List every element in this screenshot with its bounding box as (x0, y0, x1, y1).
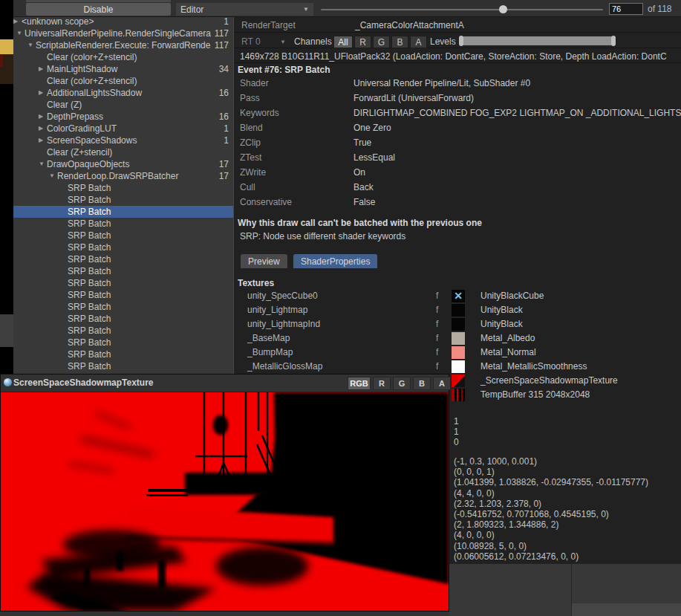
expanded-arrow-icon[interactable]: ▼ (49, 170, 55, 182)
tree-item[interactable]: ▼UniversalRenderPipeline.RenderSingleCam… (13, 27, 233, 39)
channel-button-all[interactable]: All (333, 36, 353, 48)
tree-item-srp-batch[interactable]: SRP Batch (13, 348, 233, 360)
preview-channel-button-g[interactable]: G (393, 377, 411, 390)
event-number-field[interactable] (609, 3, 643, 15)
rt-index-dropdown[interactable]: RT 0 (241, 36, 261, 47)
event-slider-track[interactable] (321, 9, 603, 10)
texture-row[interactable]: unity_LightmapfUnityBlack (234, 303, 681, 317)
vector-value: (0.06005612, 0.07213476, 0, 0) (454, 551, 579, 562)
tab-shaderproperties[interactable]: ShaderProperties (293, 254, 377, 268)
channel-button-g[interactable]: G (373, 36, 390, 48)
texture-asset-name: Metal_Normal (480, 346, 536, 360)
texture-row[interactable]: _BumpMapfMetal_Normal (234, 346, 681, 360)
preview-channel-button-b[interactable]: B (413, 377, 431, 390)
texture-row[interactable]: _BaseMapfMetal_Albedo (234, 331, 681, 346)
texture-thumbnail-cube[interactable]: ✕ (452, 290, 465, 302)
collapsed-arrow-icon[interactable]: ▶ (39, 63, 43, 75)
expanded-arrow-icon[interactable]: ▼ (27, 39, 33, 51)
tree-item[interactable]: ▶MainLightShadow34 (13, 63, 233, 75)
tree-item-srp-batch[interactable]: SRP Batch (13, 325, 233, 337)
channel-button-a[interactable]: A (410, 36, 427, 48)
texture-row[interactable]: unity_LightmapIndfUnityBlack (234, 317, 681, 331)
tree-item-srp-batch[interactable]: SRP Batch (13, 218, 233, 230)
channel-button-r[interactable]: R (354, 36, 371, 48)
texture-thumbnail-black[interactable] (452, 318, 465, 331)
tree-item[interactable]: ▶ColorGradingLUT1 (13, 123, 233, 134)
event-row-label: ZTest (240, 152, 261, 163)
scene-object-yellow (0, 39, 13, 54)
shadowmap-preview-window: ScreenSpaceShadowmapTexture RGBRGBA (0, 374, 449, 612)
tree-item-srp-batch[interactable]: SRP Batch (13, 206, 233, 218)
texture-thumbnail-albedo[interactable] (452, 332, 465, 345)
tree-item[interactable]: ▼ScriptableRenderer.Execute: ForwardRend… (13, 39, 233, 51)
texture-thumbnail-white[interactable] (452, 360, 465, 373)
tree-item-srp-batch[interactable]: SRP Batch (13, 277, 233, 289)
texture-thumbnail-normal[interactable] (452, 346, 465, 359)
tree-item-srp-batch[interactable]: SRP Batch (13, 289, 233, 301)
tab-preview[interactable]: Preview (241, 254, 287, 268)
texture-row[interactable]: _MetallicGlossMapfMetal_MetallicSmoothne… (234, 360, 681, 374)
tree-item[interactable]: Clear (color+Z+stencil) (13, 75, 233, 87)
tree-item-srp-batch[interactable]: SRP Batch (13, 337, 233, 348)
tree-item-srp-batch[interactable]: SRP Batch (13, 313, 233, 325)
tree-item[interactable]: ▶<unknown scope>1 (13, 16, 233, 27)
texture-flag: f (436, 289, 438, 303)
event-tree-panel: ▶<unknown scope>1▼UniversalRenderPipelin… (13, 17, 233, 374)
preview-channel-button-r[interactable]: R (373, 377, 391, 390)
event-row-label: ZClip (240, 137, 261, 148)
texture-row[interactable]: unity_SpecCube0f✕UnityBlackCube (234, 289, 681, 303)
target-selector-dropdown[interactable]: Editor ▼ (176, 3, 313, 16)
tree-item-label: Clear (Z+stencil) (47, 146, 112, 158)
collapsed-arrow-icon[interactable]: ▶ (39, 123, 43, 134)
texture-thumbnail-tempbuffer[interactable] (452, 389, 465, 401)
preview-channel-button-a[interactable]: A (433, 377, 451, 390)
tree-item-srp-batch[interactable]: SRP Batch (13, 241, 233, 253)
texture-property-name: _BumpMap (247, 346, 293, 360)
event-slider-handle[interactable] (499, 5, 507, 13)
channel-button-b[interactable]: B (391, 36, 408, 48)
event-title: Event #76: SRP Batch (238, 65, 330, 75)
tree-item[interactable]: Clear (color+Z+stencil) (13, 51, 233, 63)
tree-item-srp-batch[interactable]: SRP Batch (13, 265, 233, 277)
collapsed-arrow-icon[interactable]: ▶ (39, 111, 43, 123)
batch-note-title: Why this draw call can't be batched with… (238, 218, 482, 228)
texture-thumbnail-shadowmap[interactable] (452, 375, 465, 387)
tree-item[interactable]: ▶ScreenSpaceShadows1 (13, 134, 233, 146)
tree-item[interactable]: ▶DepthPrepass16 (13, 111, 233, 123)
tree-item-label: SRP Batch (68, 289, 111, 301)
tree-item-srp-batch[interactable]: SRP Batch (13, 253, 233, 265)
tree-item-srp-batch[interactable]: SRP Batch (13, 230, 233, 241)
tree-item[interactable]: Clear (Z) (13, 99, 233, 111)
expanded-arrow-icon[interactable]: ▼ (16, 27, 22, 39)
collapsed-arrow-icon[interactable]: ▶ (39, 134, 43, 146)
vector-value: (4, 0, 0, 0) (454, 530, 495, 540)
tree-item-label: DrawOpaqueObjects (47, 158, 129, 170)
expanded-arrow-icon[interactable]: ▼ (39, 158, 45, 170)
tree-item-count: 1 (224, 134, 229, 146)
tree-item-label: SRP Batch (68, 360, 111, 372)
chevron-down-icon: ▼ (280, 39, 286, 45)
collapsed-arrow-icon[interactable]: ▶ (39, 87, 43, 99)
tree-item-srp-batch[interactable]: SRP Batch (13, 301, 233, 313)
preview-channel-button-rgb[interactable]: RGB (348, 377, 371, 390)
cube-cross-icon: ✕ (452, 290, 465, 302)
chevron-down-icon: ▼ (303, 6, 309, 13)
tree-item-count: 1 (224, 123, 229, 134)
tree-item-label: ColorGradingLUT (47, 123, 117, 134)
levels-max-handle[interactable] (611, 36, 616, 46)
scene-object-red-sliver (0, 55, 3, 67)
tree-item-srp-batch[interactable]: SRP Batch (13, 360, 233, 372)
tree-item-srp-batch[interactable]: SRP Batch (13, 194, 233, 206)
texture-thumbnail-black[interactable] (452, 304, 465, 317)
disable-button[interactable]: Disable (26, 3, 171, 16)
preview-title-bar[interactable]: ScreenSpaceShadowmapTexture RGBRGBA (1, 375, 449, 392)
levels-range-slider[interactable] (462, 36, 613, 45)
tree-item[interactable]: Clear (Z+stencil) (13, 146, 233, 158)
tree-item-srp-batch[interactable]: SRP Batch (13, 182, 233, 194)
tree-item[interactable]: ▶AdditionalLightsShadow16 (13, 87, 233, 99)
levels-min-handle[interactable] (459, 36, 463, 46)
tree-item[interactable]: ▼RenderLoop.DrawSRPBatcher17 (13, 170, 233, 182)
tree-item[interactable]: ▼DrawOpaqueObjects17 (13, 158, 233, 170)
collapsed-arrow-icon[interactable]: ▶ (13, 16, 18, 27)
event-row-label: Shader (240, 78, 269, 88)
